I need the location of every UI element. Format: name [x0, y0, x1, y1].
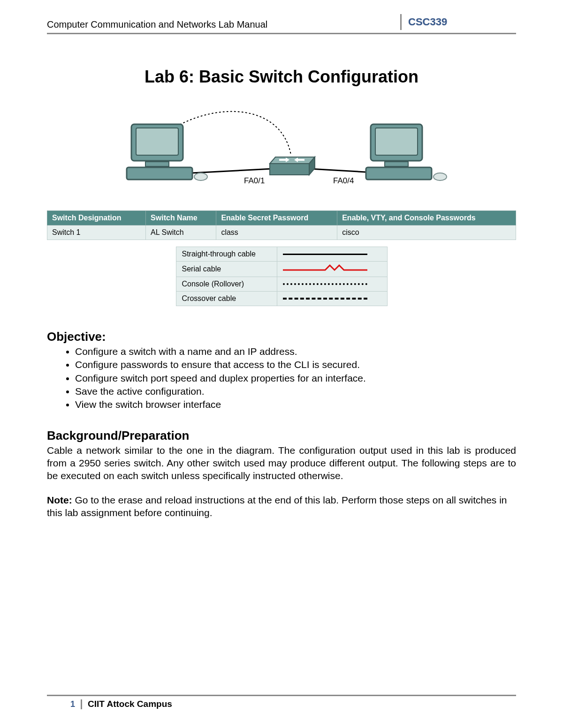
legend-straight-label: Straight-through cable [176, 247, 277, 262]
td-passwords: cisco [337, 225, 516, 240]
header-title: Computer Communication and Networks Lab … [47, 19, 400, 30]
legend-crossover-label: Crossover cable [176, 292, 277, 306]
list-item: Configure passwords to ensure that acces… [75, 358, 516, 371]
objective-heading: Objective: [47, 330, 516, 344]
topology-svg: FA0/1 FA0/4 [103, 110, 460, 195]
cable-legend: Straight-through cable Serial cable Cons… [176, 247, 388, 306]
note-text: Go to the erase and reload instructions … [47, 495, 507, 518]
legend-serial-sample [277, 262, 387, 277]
svg-line-0 [183, 169, 272, 173]
footer-campus: CIIT Attock Campus [82, 699, 172, 709]
legend-console-sample [277, 277, 387, 292]
network-diagram: FA0/1 FA0/4 [47, 110, 516, 196]
td-secret: class [216, 225, 337, 240]
list-item: Save the active configuration. [75, 385, 516, 398]
svg-rect-3 [136, 128, 178, 155]
background-heading: Background/Preparation [47, 428, 516, 443]
svg-rect-10 [366, 167, 432, 180]
td-name: AL Switch [146, 225, 216, 240]
th-passwords: Enable, VTY, and Console Passwords [337, 211, 516, 225]
list-item: Configure a switch with a name and an IP… [75, 345, 516, 358]
th-name: Switch Name [146, 211, 216, 225]
note-paragraph: Note: Go to the erase and reload instruc… [47, 494, 516, 519]
legend-serial-label: Serial cable [176, 262, 277, 277]
list-item: View the switch browser interface [75, 398, 516, 411]
port-label-left: FA0/1 [244, 176, 265, 185]
page-number: 1 [47, 699, 82, 709]
port-label-right: FA0/4 [333, 176, 354, 185]
list-item: Configure switch port speed and duplex p… [75, 372, 516, 385]
table-row: Switch 1 AL Switch class cisco [47, 225, 516, 240]
page-footer: 1 CIIT Attock Campus [47, 695, 516, 709]
td-designation: Switch 1 [47, 225, 146, 240]
page-header: Computer Communication and Networks Lab … [47, 14, 516, 34]
config-table: Switch Designation Switch Name Enable Se… [47, 210, 516, 240]
svg-rect-4 [145, 162, 169, 166]
page: Computer Communication and Networks Lab … [0, 0, 563, 728]
footer-rule [47, 695, 516, 696]
svg-rect-8 [375, 128, 418, 155]
legend-console-label: Console (Rollover) [176, 277, 277, 292]
svg-rect-5 [127, 167, 192, 180]
svg-point-6 [194, 173, 207, 180]
table-header-row: Switch Designation Switch Name Enable Se… [47, 211, 516, 225]
objective-list: Configure a switch with a name and an IP… [75, 345, 516, 412]
svg-rect-9 [385, 162, 408, 166]
footer-row: 1 CIIT Attock Campus [47, 699, 516, 709]
svg-point-11 [434, 173, 447, 180]
lab-title: Lab 6: Basic Switch Configuration [47, 67, 516, 87]
note-label: Note: [47, 495, 72, 505]
legend-crossover-sample [277, 292, 387, 306]
svg-rect-12 [270, 164, 309, 175]
legend-straight-sample [277, 247, 387, 262]
th-designation: Switch Designation [47, 211, 146, 225]
background-paragraph: Cable a network similar to the one in th… [47, 444, 516, 482]
header-right-cell: CSC339 [400, 14, 516, 30]
th-secret: Enable Secret Password [216, 211, 337, 225]
course-code: CSC339 [408, 16, 447, 28]
